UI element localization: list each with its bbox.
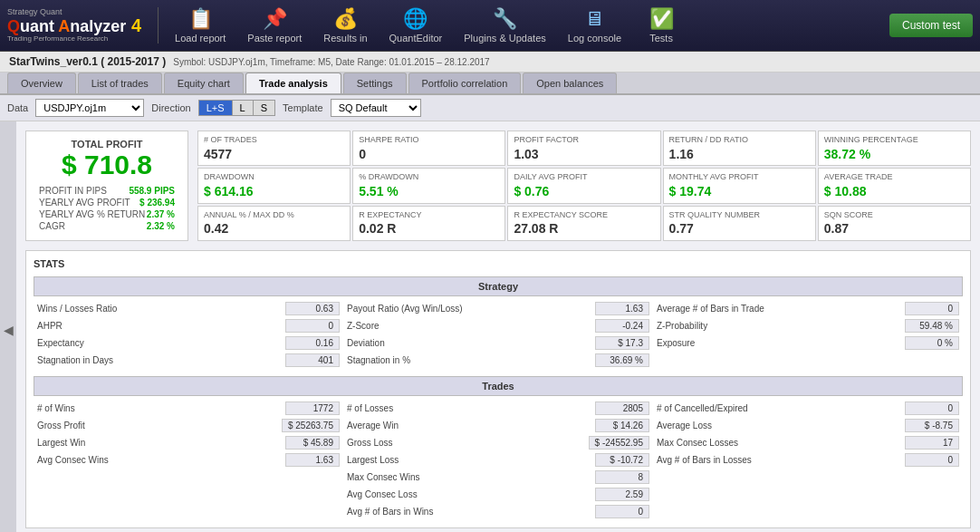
tab-list-of-trades[interactable]: List of trades	[78, 73, 162, 93]
left-arrow-button[interactable]: ◀	[0, 121, 16, 532]
tab-open-balances[interactable]: Open balances	[523, 73, 617, 93]
stat-avg-bars: Average # of Bars in Trade 0	[653, 300, 963, 317]
tab-bar: Overview List of trades Equity chart Tra…	[0, 73, 980, 95]
stat-max-consec-wins: Max Consec Wins 8	[343, 469, 653, 486]
cancelled-label: # of Cancelled/Expired	[657, 403, 748, 413]
pips-value: 558.9 PIPS	[129, 186, 175, 196]
metric-profit-factor: PROFIT FACTOR 1.03	[507, 131, 660, 166]
largest-loss-label: Largest Loss	[347, 455, 399, 465]
stat-exposure: Exposure 0 %	[653, 334, 963, 352]
direction-s-button[interactable]: S	[254, 101, 274, 115]
data-filter-select[interactable]: USDJPY.oj1m	[35, 99, 144, 117]
metric-winning-pct-value: 38.72 %	[824, 147, 965, 161]
num-losses-label: # of Losses	[347, 403, 393, 413]
metric-sharpe-label: SHARPE RATIO	[359, 135, 499, 145]
direction-ls-button[interactable]: L+S	[199, 101, 233, 115]
metric-sqn-score-value: 0.87	[824, 221, 965, 236]
avg-bars-wins-value: 0	[595, 505, 649, 518]
avg-bars-losses-label: Avg # of Bars in Losses	[657, 455, 752, 465]
metric-pct-drawdown: % DRAWDOWN 5.51 %	[352, 168, 505, 203]
paste-report-label: Paste report	[247, 33, 302, 44]
stagnation-days-label: Stagnation in Days	[37, 355, 113, 365]
stat-num-wins: # of Wins 1772	[34, 400, 343, 417]
metric-r-expectancy: R EXPECTANCY 0.02 R	[352, 206, 505, 241]
stat-payout-ratio: Payout Ratio (Avg Win/Loss) 1.63	[343, 300, 653, 317]
stat-avg-bars-losses: Avg # of Bars in Losses 0	[653, 451, 963, 469]
metric-pct-drawdown-label: % DRAWDOWN	[359, 172, 499, 182]
cagr-value: 2.32 %	[147, 221, 175, 231]
stat-ahpr: AHPR 0	[34, 317, 343, 334]
metric-annual-dd-value: 0.42	[204, 221, 344, 236]
avg-bars-wins-label: Avg # of Bars in Wins	[347, 507, 433, 517]
tests-icon: ✅	[649, 7, 674, 31]
quant-editor-label: QuantEditor	[389, 33, 443, 44]
num-wins-label: # of Wins	[37, 403, 75, 413]
average-win-value: $ 14.26	[595, 419, 649, 432]
log-console-button[interactable]: 🖥 Log console	[559, 4, 630, 47]
total-profit-label: TOTAL PROFIT	[39, 139, 175, 150]
results-in-button[interactable]: 💰 Results in	[314, 4, 376, 47]
paste-report-icon: 📌	[263, 7, 287, 31]
stat-z-score: Z-Score -0.24	[343, 317, 653, 334]
total-profit-box: TOTAL PROFIT $ 710.8 PROFIT IN PIPS 558.…	[25, 131, 188, 241]
stat-stagnation-days: Stagnation in Days 401	[34, 352, 343, 369]
load-report-label: Load report	[175, 33, 226, 44]
tab-overview[interactable]: Overview	[7, 73, 76, 93]
stat-average-loss: Average Loss $ -8.75	[653, 417, 963, 434]
metric-avg-trade-label: AVERAGE TRADE	[824, 172, 965, 182]
avg-consec-loss-label: Avg Consec Loss	[347, 489, 418, 499]
metric-daily-avg-label: DAILY AVG PROFIT	[514, 172, 654, 182]
trades-section-header: Trades	[34, 376, 963, 396]
direction-buttons: L+S L S	[198, 100, 275, 116]
quant-editor-button[interactable]: 🌐 QuantEditor	[380, 4, 452, 47]
metric-str-quality-label: STR QUALITY NUMBER	[669, 210, 810, 220]
avg-bars-label: Average # of Bars in Trade	[657, 304, 764, 314]
load-report-button[interactable]: 📋 Load report	[166, 4, 235, 47]
metric-str-quality-value: 0.77	[669, 221, 810, 236]
tab-portfolio-correlation[interactable]: Portfolio correlation	[408, 73, 522, 93]
metric-sharpe-value: 0	[359, 147, 499, 161]
largest-loss-value: $ -10.72	[595, 453, 649, 467]
results-in-icon: 💰	[333, 7, 358, 31]
avg-consec-wins-label: Avg Consec Wins	[37, 455, 109, 465]
stagnation-days-value: 401	[285, 353, 340, 367]
template-select[interactable]: SQ Default	[331, 99, 421, 117]
total-profit-value: $ 710.8	[39, 150, 175, 180]
metric-num-trades-label: # OF TRADES	[204, 135, 344, 145]
direction-l-button[interactable]: L	[233, 101, 254, 115]
plugins-button[interactable]: 🔧 Plugins & Updates	[455, 4, 555, 47]
metric-sqn-score-label: SQN SCORE	[824, 210, 965, 220]
yearly-return-label: YEARLY AVG % RETURN	[39, 209, 145, 219]
stats-summary: TOTAL PROFIT $ 710.8 PROFIT IN PIPS 558.…	[25, 131, 971, 241]
sub-stats: PROFIT IN PIPS 558.9 PIPS YEARLY AVG PRO…	[39, 186, 175, 231]
tests-button[interactable]: ✅ Tests	[634, 4, 688, 47]
average-win-label: Average Win	[347, 421, 399, 430]
tab-equity-chart[interactable]: Equity chart	[164, 73, 244, 93]
z-score-label: Z-Score	[347, 321, 380, 331]
stat-avg-bars-wins: Avg # of Bars in Wins 0	[343, 503, 653, 520]
deviation-label: Deviation	[347, 338, 385, 348]
paste-report-button[interactable]: 📌 Paste report	[238, 4, 311, 47]
metric-sqn-score: SQN SCORE 0.87	[818, 206, 971, 241]
logo-line1: Strategy Quant	[7, 8, 62, 17]
stat-largest-loss: Largest Loss $ -10.72	[343, 451, 653, 469]
gross-profit-value: $ 25263.75	[282, 419, 340, 432]
custom-test-button[interactable]: Custom test	[889, 14, 973, 37]
metric-monthly-avg-label: MONTHLY AVG PROFIT	[669, 172, 810, 182]
deviation-value: $ 17.3	[595, 336, 649, 350]
average-loss-label: Average Loss	[657, 421, 712, 430]
yearly-return-value: 2.37 %	[147, 209, 175, 219]
avg-bars-losses-value: 0	[905, 453, 959, 467]
tab-settings[interactable]: Settings	[343, 73, 407, 93]
metric-profit-factor-label: PROFIT FACTOR	[514, 135, 654, 145]
content-area: TOTAL PROFIT $ 710.8 PROFIT IN PIPS 558.…	[16, 121, 980, 532]
ahpr-value: 0	[285, 319, 340, 333]
stat-z-probability: Z-Probability 59.48 %	[653, 317, 963, 334]
metric-profit-factor-value: 1.03	[514, 147, 654, 161]
stagnation-pct-label: Stagnation in %	[347, 355, 410, 365]
wins-losses-value: 0.63	[285, 302, 340, 315]
metric-pct-drawdown-value: 5.51 %	[359, 184, 499, 198]
max-consec-losses-label: Max Consec Losses	[657, 438, 738, 448]
ahpr-label: AHPR	[37, 321, 62, 331]
tab-trade-analysis[interactable]: Trade analysis	[245, 73, 341, 93]
